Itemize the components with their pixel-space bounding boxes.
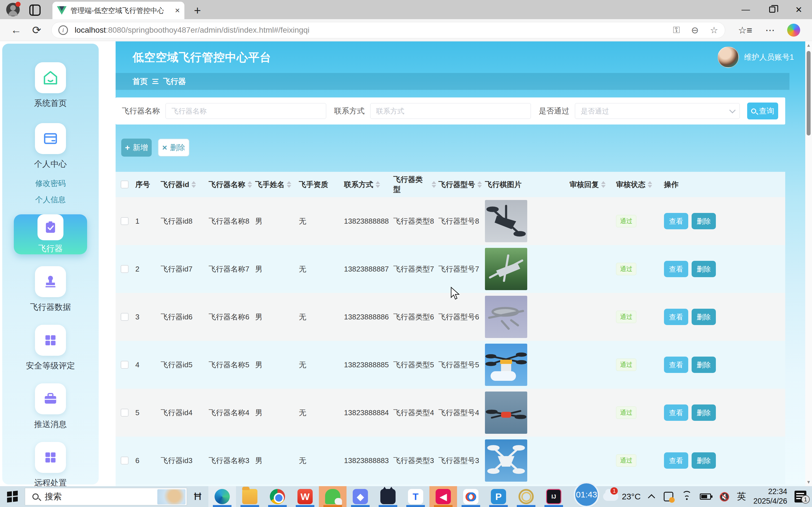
taskbar-app-edge[interactable] [208, 486, 236, 507]
browser-menu-icon[interactable]: ⋯ [765, 24, 775, 36]
col-type[interactable]: 飞行器类型 [393, 175, 439, 194]
col-model[interactable]: 飞行器型号 [439, 180, 485, 189]
sidebar-item-aircraft-active[interactable]: 飞行器 [14, 214, 87, 255]
view-button[interactable]: 查看 [664, 356, 688, 373]
new-tab-button[interactable]: + [194, 4, 201, 17]
restore-button[interactable] [759, 0, 785, 19]
aircraft-image[interactable] [485, 392, 527, 434]
volume-muted-icon[interactable]: 🔇 [719, 492, 729, 502]
col-pilot[interactable]: 飞手姓名 [255, 180, 299, 189]
row-checkbox[interactable] [121, 457, 129, 464]
breadcrumb-home[interactable]: 首页 [133, 76, 148, 87]
aircraft-image[interactable] [485, 344, 527, 386]
back-button[interactable]: ← [11, 24, 21, 36]
favorite-star-icon[interactable]: ☆ [710, 25, 718, 36]
aircraft-image[interactable] [485, 296, 527, 338]
aircraft-image[interactable] [485, 200, 527, 242]
col-reply[interactable]: 审核回复 [569, 180, 616, 189]
row-checkbox[interactable] [121, 265, 129, 273]
user-box[interactable]: 维护人员账号1 [718, 47, 794, 68]
sort-icon[interactable] [648, 181, 652, 188]
close-button[interactable]: ✕ [785, 0, 812, 19]
taskbar-app-rings[interactable] [457, 486, 485, 507]
security-tray-icon[interactable] [664, 492, 673, 501]
clock-widget[interactable]: 01:43 [574, 482, 599, 507]
scrollbar-thumb[interactable] [807, 51, 811, 135]
sort-icon[interactable] [432, 181, 436, 188]
browser-profile-avatar[interactable] [6, 3, 20, 16]
scroll-up-icon[interactable]: ▲ [805, 41, 812, 49]
zoom-out-icon[interactable]: ⊖ [691, 25, 699, 36]
refresh-button[interactable]: ⟳ [32, 24, 41, 36]
search-button[interactable]: 查询 [747, 103, 778, 119]
workspaces-icon[interactable] [29, 4, 41, 16]
row-checkbox[interactable] [121, 409, 129, 416]
sidebar-item-safety-rating[interactable]: 安全等级评定 [26, 325, 75, 372]
scroll-down-icon[interactable]: ▼ [805, 478, 812, 486]
favorites-list-icon[interactable]: ☆≡ [738, 24, 752, 36]
sidebar-link-change-password[interactable]: 修改密码 [35, 178, 66, 188]
minimize-button[interactable]: — [732, 0, 759, 19]
site-info-icon[interactable]: i [58, 25, 68, 35]
view-button[interactable]: 查看 [664, 309, 688, 325]
breadcrumb-current[interactable]: 飞行器 [163, 76, 186, 87]
contact-input[interactable] [370, 103, 531, 119]
ime-indicator[interactable]: 英 [737, 490, 746, 503]
sidebar-item-push-message[interactable]: 推送消息 [34, 383, 67, 430]
taskbar-app-p[interactable]: P [485, 486, 512, 507]
sidebar-item-home[interactable]: 系统首页 [34, 62, 67, 109]
taskbar-app-chrome[interactable] [264, 486, 291, 507]
delete-button[interactable]: 删除 [692, 404, 716, 421]
pass-select[interactable]: 是否通过 [575, 103, 740, 119]
delete-button[interactable]: 删除 [692, 452, 716, 469]
sidebar-item-remote-handle[interactable]: 远程处置 [34, 442, 67, 489]
sort-icon[interactable] [601, 181, 606, 188]
user-avatar[interactable] [718, 47, 739, 68]
select-all-checkbox[interactable] [121, 180, 129, 188]
copilot-icon[interactable] [787, 24, 800, 37]
taskbar-app-wechat[interactable] [319, 486, 347, 507]
col-status[interactable]: 审核状态 [616, 180, 664, 189]
taskbar-app-intellij[interactable]: IJ [540, 486, 567, 507]
row-checkbox[interactable] [121, 217, 129, 225]
sidebar-item-aircraft-data[interactable]: 飞行器数据 [30, 266, 71, 313]
task-view-icon[interactable]: Ħ [187, 486, 208, 507]
col-phone[interactable]: 联系方式 [344, 180, 393, 189]
aircraft-name-input[interactable] [165, 103, 326, 119]
view-button[interactable]: 查看 [664, 261, 688, 277]
taskbar-app-player[interactable]: ◀ [429, 486, 457, 507]
taskbar-search[interactable]: 搜索 [25, 488, 187, 505]
password-key-icon[interactable]: ⚿ [673, 25, 680, 35]
delete-button[interactable]: 删除 [692, 213, 716, 229]
sort-icon[interactable] [477, 181, 482, 188]
aircraft-image[interactable] [485, 248, 527, 290]
sidebar-item-profile[interactable]: 个人中心 [34, 123, 67, 170]
view-button[interactable]: 查看 [664, 452, 688, 469]
tray-expand-icon[interactable] [648, 494, 655, 501]
start-button[interactable] [0, 486, 25, 507]
search-highlight-image[interactable] [157, 489, 186, 504]
delete-button[interactable]: 删除 [692, 309, 716, 325]
notification-center-icon[interactable]: 1 [795, 491, 806, 503]
row-checkbox[interactable] [121, 361, 129, 369]
weather-widget[interactable]: 1 23°C [603, 492, 641, 501]
taskbar-app-wps[interactable]: W [291, 486, 319, 507]
sort-icon[interactable] [287, 181, 291, 188]
col-name[interactable]: 飞行器名称 [209, 180, 255, 189]
browser-tab[interactable]: 管理端-低空空域飞行管控中心平台 × [52, 2, 185, 19]
view-button[interactable]: 查看 [664, 404, 688, 421]
clock-date[interactable]: 22:34 2025/4/26 [753, 487, 787, 506]
bulk-delete-button[interactable]: ×删除 [158, 138, 190, 157]
address-bar[interactable]: i localhost:8080/springboothoy487er/admi… [51, 22, 725, 38]
page-scrollbar[interactable]: ▲ ▼ [805, 41, 812, 486]
sort-icon[interactable] [375, 181, 380, 188]
aircraft-image[interactable] [485, 439, 527, 482]
add-button[interactable]: +新增 [121, 138, 152, 157]
row-checkbox[interactable] [121, 313, 129, 321]
taskbar-app-bluediamond[interactable]: ◆ [347, 486, 374, 507]
view-button[interactable]: 查看 [664, 213, 688, 229]
battery-icon[interactable] [700, 494, 711, 500]
delete-button[interactable]: 删除 [692, 356, 716, 373]
delete-button[interactable]: 删除 [692, 261, 716, 277]
taskbar-app-cat[interactable] [374, 486, 402, 507]
